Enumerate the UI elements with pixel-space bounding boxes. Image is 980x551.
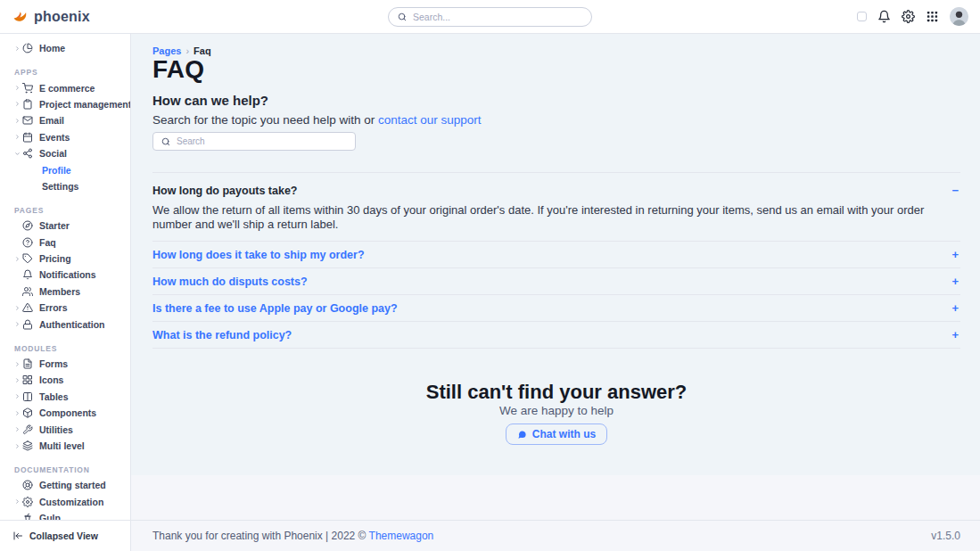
expand-plus-icon[interactable]: + — [951, 303, 960, 314]
sidebar-item-components[interactable]: Components — [0, 405, 130, 421]
sidebar-item-label: Settings — [42, 181, 78, 192]
faq-question[interactable]: How long do payouts take? — [152, 185, 298, 197]
help-heading: How can we help? — [152, 94, 960, 108]
sidebar-item-profile[interactable]: Profile — [0, 161, 130, 177]
sidebar-item-settings[interactable]: Settings — [0, 178, 130, 194]
bell-icon[interactable] — [877, 10, 891, 23]
sidebar-item-label: Icons — [39, 374, 63, 385]
chevron-right-icon — [14, 45, 22, 52]
sidebar-item-label: Members — [39, 286, 80, 297]
cta-heading: Still can't find your answer? — [152, 381, 960, 404]
sidebar-item-gulp[interactable]: Gulp — [0, 510, 130, 520]
sidebar-item-errors[interactable]: Errors — [0, 300, 130, 316]
sidebar: HomeAPPSE commerceProject managementEmai… — [0, 34, 131, 551]
help-text-body: Search for the topic you need help with … — [152, 113, 378, 127]
faq-item-how-long-does-it-take-to-ship-my-order[interactable]: How long does it take to ship my order?+ — [152, 242, 960, 268]
faq-item-how-much-do-disputs-costs[interactable]: How much do disputs costs?+ — [152, 268, 960, 295]
sidebar-item-faq[interactable]: Faq — [0, 234, 130, 251]
sidebar-item-label: Utilities — [39, 424, 73, 435]
phoenix-logo-icon — [12, 8, 29, 25]
faq-search[interactable] — [152, 132, 356, 151]
brand-name: phoenix — [34, 9, 90, 25]
footer: Thank you for creating with Phoenix | 20… — [131, 520, 980, 551]
sidebar-item-e-commerce[interactable]: E commerce — [0, 79, 130, 95]
chevron-right-icon — [14, 256, 22, 262]
sidebar-item-events[interactable]: Events — [0, 129, 130, 145]
topbar-search-input[interactable] — [413, 12, 582, 22]
faq-item-is-there-a-fee-to-use-apple-pay-or-google-pay[interactable]: Is there a fee to use Apple pay or Googl… — [152, 295, 960, 322]
chevron-right-icon — [14, 305, 22, 311]
sidebar-item-getting-started[interactable]: Getting started — [0, 477, 130, 493]
collapse-left-icon — [12, 530, 23, 541]
sidebar-item-notifications[interactable]: Notifications — [0, 267, 130, 283]
sidebar-item-label: Home — [39, 43, 65, 53]
sidebar-item-forms[interactable]: Forms — [0, 356, 130, 372]
chevron-right-icon — [14, 361, 22, 367]
gear-icon[interactable] — [902, 10, 915, 23]
columns-icon — [22, 391, 33, 402]
sidebar-item-label: Starter — [39, 220, 70, 231]
sidebar-item-project-management[interactable]: Project management — [0, 96, 130, 112]
sidebar-item-label: Authentication — [39, 319, 105, 330]
chat-with-us-button[interactable]: Chat with us — [506, 424, 607, 445]
sidebar-item-pricing[interactable]: Pricing — [0, 251, 130, 267]
sidebar-item-label: Forms — [39, 358, 68, 369]
sidebar-item-social[interactable]: Social — [0, 145, 130, 161]
sidebar-nav: HomeAPPSE commerceProject managementEmai… — [0, 34, 130, 520]
chevron-right-icon — [14, 223, 22, 229]
contact-support-link[interactable]: contact our support — [378, 113, 482, 127]
themewagon-link[interactable]: Themewagon — [369, 530, 434, 542]
pie-chart-icon — [22, 43, 33, 53]
sidebar-item-icons[interactable]: Icons — [0, 372, 130, 388]
chevron-right-icon — [14, 118, 22, 124]
brand-logo[interactable]: phoenix — [12, 8, 90, 25]
footer-version: v1.5.0 — [931, 530, 960, 542]
avatar[interactable] — [950, 7, 968, 26]
calendar-icon — [22, 132, 33, 143]
topbar: phoenix — [0, 0, 980, 34]
gulp-icon — [22, 513, 33, 520]
chevron-right-icon — [14, 239, 22, 245]
file-text-icon — [22, 358, 33, 369]
collapse-minus-icon[interactable]: − — [951, 185, 960, 196]
sidebar-item-starter[interactable]: Starter — [0, 218, 130, 234]
shopping-cart-icon — [22, 83, 33, 94]
chevron-right-icon — [14, 482, 22, 489]
faq-question[interactable]: Is there a fee to use Apple pay or Googl… — [152, 302, 398, 315]
app-window: phoenix HomeAPPSE commerce — [0, 0, 980, 551]
compass-icon — [22, 220, 33, 231]
chevron-right-icon — [14, 410, 22, 416]
sidebar-item-tables[interactable]: Tables — [0, 389, 130, 405]
sidebar-item-members[interactable]: Members — [0, 284, 130, 300]
sidebar-item-label: Getting started — [39, 480, 106, 490]
expand-plus-icon[interactable]: + — [951, 330, 960, 341]
expand-plus-icon[interactable]: + — [951, 276, 960, 287]
faq-accordion: How long do payouts take?−We allow the r… — [152, 172, 960, 349]
faq-question[interactable]: How much do disputs costs? — [152, 276, 308, 288]
apps-grid-icon[interactable] — [926, 10, 939, 23]
sidebar-item-label: Faq — [39, 237, 56, 248]
main-content: Pages › Faq FAQ How can we help? Search … — [131, 34, 980, 551]
layers-icon — [22, 440, 33, 451]
mail-icon — [22, 115, 33, 126]
breadcrumb: Pages › Faq — [152, 45, 960, 56]
chevron-right-icon — [14, 288, 22, 294]
sidebar-item-customization[interactable]: Customization — [0, 494, 130, 510]
faq-question[interactable]: How long does it take to ship my order? — [152, 249, 365, 261]
theme-toggle[interactable] — [857, 12, 867, 21]
sidebar-item-home[interactable]: Home — [0, 40, 130, 56]
sidebar-item-authentication[interactable]: Authentication — [0, 316, 130, 332]
topbar-search[interactable] — [388, 7, 592, 27]
sidebar-item-utilities[interactable]: Utilities — [0, 421, 130, 437]
faq-question[interactable]: What is the refund policy? — [152, 329, 292, 341]
faq-search-input[interactable] — [177, 136, 347, 146]
expand-plus-icon[interactable]: + — [951, 250, 960, 260]
chevron-right-icon — [14, 151, 22, 157]
sidebar-item-multi-level[interactable]: Multi level — [0, 438, 130, 454]
collapsed-view-toggle[interactable]: Collapsed View — [0, 520, 130, 551]
faq-item-what-is-the-refund-policy[interactable]: What is the refund policy?+ — [152, 322, 960, 349]
tool-icon — [22, 424, 33, 435]
sidebar-item-email[interactable]: Email — [0, 112, 130, 128]
faq-item-how-long-do-payouts-take[interactable]: How long do payouts take?−We allow the r… — [152, 173, 960, 242]
sidebar-item-label: Profile — [42, 165, 71, 176]
